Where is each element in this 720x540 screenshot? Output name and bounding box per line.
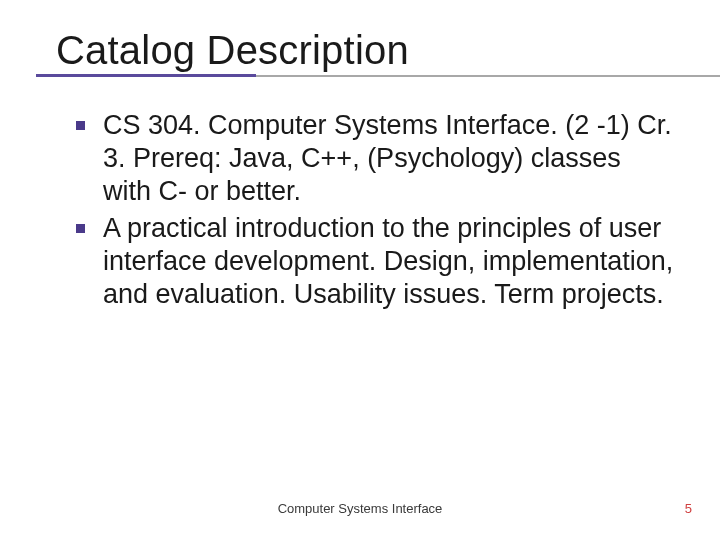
slide: Catalog Description CS 304. Computer Sys… [0, 0, 720, 540]
page-number: 5 [685, 501, 692, 516]
slide-title: Catalog Description [56, 28, 684, 73]
title-container: Catalog Description [56, 28, 684, 81]
square-bullet-icon [76, 121, 85, 130]
bullet-text: A practical introduction to the principl… [103, 212, 674, 311]
footer-text: Computer Systems Interface [0, 501, 720, 516]
content-area: CS 304. Computer Systems Interface. (2 -… [56, 109, 684, 311]
title-underline-accent [36, 74, 256, 77]
square-bullet-icon [76, 224, 85, 233]
list-item: A practical introduction to the principl… [76, 212, 674, 311]
bullet-text: CS 304. Computer Systems Interface. (2 -… [103, 109, 674, 208]
list-item: CS 304. Computer Systems Interface. (2 -… [76, 109, 674, 208]
